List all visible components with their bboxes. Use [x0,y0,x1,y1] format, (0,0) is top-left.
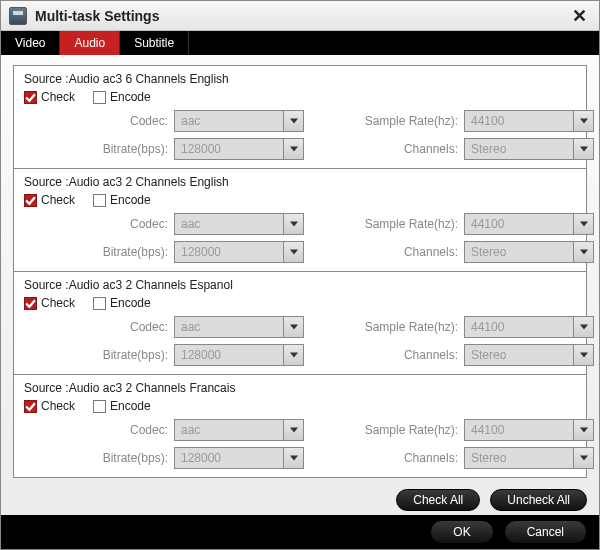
chevron-down-icon [573,317,593,337]
encode-checkbox[interactable]: Encode [93,399,151,413]
check-label: Check [41,193,75,207]
bitrate-label: Bitrate(bps): [24,142,174,156]
codec-value: aac [175,320,283,334]
window-title: Multi-task Settings [35,8,568,24]
codec-label: Codec: [24,114,174,128]
codec-value: aac [175,114,283,128]
check-row: Check Encode [24,90,576,104]
bitrate-select[interactable]: 128000 [174,447,304,469]
app-icon [9,7,27,25]
ok-button[interactable]: OK [430,520,493,544]
bitrate-value: 128000 [175,348,283,362]
uncheck-all-button[interactable]: Uncheck All [490,489,587,511]
source-title: Source :Audio ac3 2 Channels Espanol [24,278,576,292]
codec-select[interactable]: aac [174,316,304,338]
chevron-down-icon [573,139,593,159]
codec-value: aac [175,217,283,231]
field-grid: Codec: aac Sample Rate(hz): 44100 Bitrat… [24,213,576,263]
checkmark-icon [24,91,37,104]
cancel-button[interactable]: Cancel [504,520,587,544]
titlebar: Multi-task Settings ✕ [1,1,599,31]
channels-select[interactable]: Stereo [464,138,594,160]
sample-rate-value: 44100 [465,114,573,128]
check-checkbox[interactable]: Check [24,296,75,310]
bitrate-select[interactable]: 128000 [174,138,304,160]
tabbar: Video Audio Subtitle [1,31,599,55]
chevron-down-icon [283,317,303,337]
check-checkbox[interactable]: Check [24,399,75,413]
encode-checkbox[interactable]: Encode [93,193,151,207]
bitrate-select[interactable]: 128000 [174,344,304,366]
settings-window: Multi-task Settings ✕ Video Audio Subtit… [0,0,600,550]
checkbox-empty-icon [93,297,106,310]
channels-select[interactable]: Stereo [464,447,594,469]
check-row: Check Encode [24,193,576,207]
bitrate-label: Bitrate(bps): [24,245,174,259]
tab-video[interactable]: Video [1,31,60,55]
source-block: Source :Audio ac3 2 Channels English Che… [14,169,586,272]
chevron-down-icon [283,420,303,440]
checkbox-empty-icon [93,91,106,104]
check-checkbox[interactable]: Check [24,193,75,207]
check-all-button[interactable]: Check All [396,489,480,511]
sample-rate-label: Sample Rate(hz): [304,217,464,231]
sample-rate-select[interactable]: 44100 [464,316,594,338]
check-label: Check [41,90,75,104]
bitrate-value: 128000 [175,142,283,156]
content-area: Source :Audio ac3 6 Channels English Che… [1,55,599,481]
sample-rate-value: 44100 [465,423,573,437]
chevron-down-icon [283,448,303,468]
channels-value: Stereo [465,451,573,465]
sample-rate-label: Sample Rate(hz): [304,114,464,128]
channels-label: Channels: [304,451,464,465]
chevron-down-icon [573,111,593,131]
source-block: Source :Audio ac3 6 Channels English Che… [14,66,586,169]
source-title: Source :Audio ac3 6 Channels English [24,72,576,86]
check-checkbox[interactable]: Check [24,90,75,104]
codec-label: Codec: [24,217,174,231]
check-buttons-row: Check All Uncheck All [1,481,599,515]
codec-select[interactable]: aac [174,419,304,441]
channels-select[interactable]: Stereo [464,241,594,263]
field-grid: Codec: aac Sample Rate(hz): 44100 Bitrat… [24,316,576,366]
bitrate-value: 128000 [175,245,283,259]
bitrate-select[interactable]: 128000 [174,241,304,263]
channels-label: Channels: [304,245,464,259]
encode-label: Encode [110,296,151,310]
tab-subtitle[interactable]: Subtitle [120,31,189,55]
source-title: Source :Audio ac3 2 Channels English [24,175,576,189]
chevron-down-icon [573,242,593,262]
sources-panel: Source :Audio ac3 6 Channels English Che… [13,65,587,478]
check-label: Check [41,296,75,310]
sample-rate-select[interactable]: 44100 [464,419,594,441]
encode-label: Encode [110,193,151,207]
check-row: Check Encode [24,296,576,310]
sample-rate-select[interactable]: 44100 [464,213,594,235]
encode-checkbox[interactable]: Encode [93,90,151,104]
sample-rate-select[interactable]: 44100 [464,110,594,132]
codec-label: Codec: [24,423,174,437]
tab-audio[interactable]: Audio [60,31,120,55]
checkmark-icon [24,297,37,310]
checkmark-icon [24,400,37,413]
bitrate-label: Bitrate(bps): [24,451,174,465]
chevron-down-icon [283,214,303,234]
bitrate-value: 128000 [175,451,283,465]
codec-select[interactable]: aac [174,213,304,235]
field-grid: Codec: aac Sample Rate(hz): 44100 Bitrat… [24,110,576,160]
codec-value: aac [175,423,283,437]
checkbox-empty-icon [93,194,106,207]
channels-label: Channels: [304,348,464,362]
encode-label: Encode [110,399,151,413]
source-title: Source :Audio ac3 2 Channels Francais [24,381,576,395]
channels-value: Stereo [465,245,573,259]
codec-select[interactable]: aac [174,110,304,132]
channels-select[interactable]: Stereo [464,344,594,366]
sample-rate-value: 44100 [465,320,573,334]
source-block: Source :Audio ac3 2 Channels Francais Ch… [14,375,586,477]
check-row: Check Encode [24,399,576,413]
close-icon[interactable]: ✕ [568,5,591,27]
encode-checkbox[interactable]: Encode [93,296,151,310]
chevron-down-icon [283,345,303,365]
chevron-down-icon [573,214,593,234]
